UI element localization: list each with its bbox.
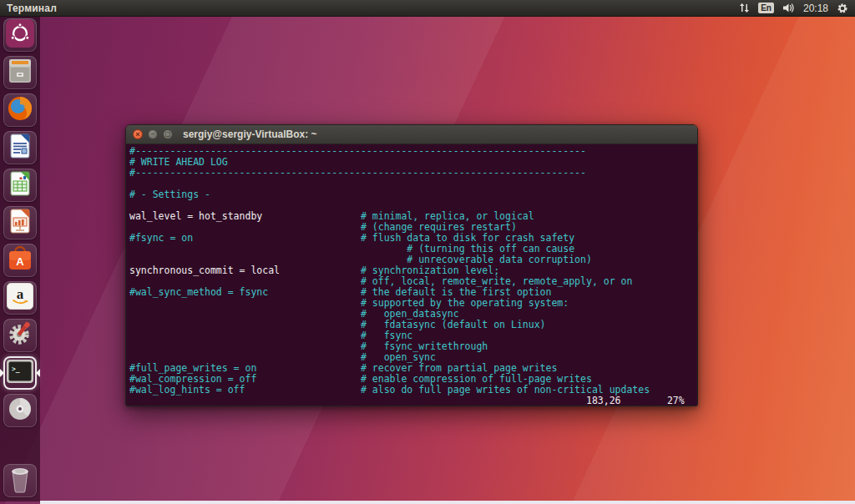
top-panel: Терминал En 20:18 [0,0,855,17]
sound-icon[interactable] [782,3,795,13]
desktop-wallpaper: Терминал En 20:18 Aa>_ × − ◻ sergiy@serg… [0,0,855,504]
window-titlebar[interactable]: × − ◻ sergiy@sergiy-VirtualBox: ~ [126,125,697,144]
terminal-line: #---------------------------------------… [129,168,694,179]
launcher-item-disc[interactable] [3,394,37,427]
screen-bottom-strip [40,501,855,504]
launcher-item-libreoffice-writer[interactable] [3,131,37,164]
ubuntu-dash-icon [6,19,34,51]
launcher-item-libreoffice-impress[interactable] [3,206,37,239]
running-indicator-arrow [0,369,4,377]
minimize-button[interactable]: − [148,129,158,139]
software-center-icon: A [7,245,33,275]
launcher-item-firefox[interactable] [3,93,37,127]
keyboard-layout-badge[interactable]: En [758,3,774,13]
amazon-icon: a [7,283,33,313]
libreoffice-writer-icon [7,133,33,163]
terminal-line [129,179,694,189]
svg-text:a: a [17,286,24,302]
libreoffice-impress-icon [7,208,33,238]
launcher-item-system-settings[interactable] [3,319,37,352]
clock[interactable]: 20:18 [803,3,828,14]
terminal-window[interactable]: × − ◻ sergiy@sergiy-VirtualBox: ~ #-----… [125,124,698,406]
close-button[interactable]: × [133,129,143,139]
system-settings-icon [7,320,33,350]
terminal-content[interactable]: #---------------------------------------… [126,144,697,406]
active-app-title: Терминал [7,3,57,14]
terminal-icon: >_ [6,357,34,389]
focused-indicator-arrow [36,369,40,377]
trash-icon [8,465,33,496]
launcher-item-trash[interactable] [3,464,37,497]
indicator-area: En 20:18 [739,3,848,14]
network-arrows-icon[interactable] [739,3,750,13]
session-gear-icon[interactable] [837,3,848,14]
disc-icon [7,396,33,426]
window-title: sergiy@sergiy-VirtualBox: ~ [183,129,317,140]
svg-text:A: A [16,255,24,268]
svg-text:>_: >_ [12,365,20,373]
terminal-line: # - Settings - [129,189,694,200]
launcher-item-terminal[interactable]: >_ [3,356,37,390]
launcher-item-ubuntu-dash[interactable] [3,18,37,52]
maximize-button[interactable]: ◻ [163,129,173,139]
terminal-line: 183,26 27% [129,396,694,406]
unity-launcher: Aa>_ [0,16,40,501]
launcher-item-file-manager[interactable] [3,56,37,89]
launcher-item-software-center[interactable]: A [3,244,37,277]
file-manager-icon [7,58,33,88]
launcher-item-libreoffice-calc[interactable] [3,169,37,202]
launcher-item-amazon[interactable]: a [3,281,37,315]
libreoffice-calc-icon [7,170,33,200]
firefox-icon [7,95,33,125]
